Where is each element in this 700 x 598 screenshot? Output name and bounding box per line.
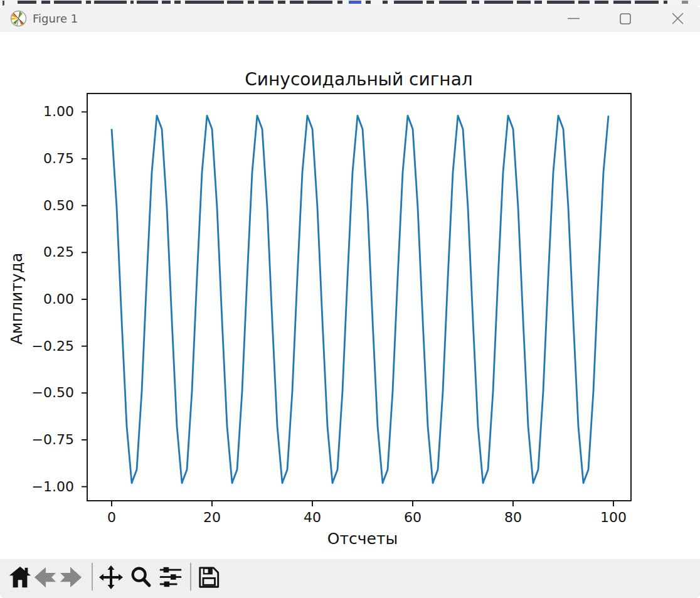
maximize-icon [620, 13, 631, 24]
x-tick-label: 40 [287, 509, 337, 526]
x-tick-label: 80 [488, 509, 538, 526]
toolbar-separator [190, 563, 191, 590]
x-axis-label: Отсчеты [327, 530, 398, 548]
close-button[interactable] [659, 5, 696, 32]
navigation-toolbar [0, 559, 700, 598]
figure-window: Figure 1 Синусоидальный сигнал [0, 5, 700, 598]
y-tick-label: 0.00 [5, 291, 74, 307]
line-chart [0, 32, 700, 559]
configure-subplots-icon [159, 565, 183, 589]
y-tick-label: −0.25 [5, 338, 74, 355]
signal-line [112, 115, 608, 483]
pan-icon [98, 565, 124, 590]
y-tick-label: 0.50 [5, 198, 74, 214]
y-tick-label: −1.00 [5, 479, 74, 495]
window-title: Figure 1 [33, 5, 78, 32]
minimize-icon [568, 13, 580, 24]
axes-frame [87, 93, 631, 501]
y-tick-label: 1.00 [5, 104, 74, 120]
figure-canvas[interactable]: Синусоидальный сигнал Отсчеты Амплитуда … [0, 32, 700, 559]
close-icon [672, 13, 684, 24]
toolbar-separator [92, 563, 93, 590]
y-tick-label: 0.25 [5, 244, 74, 260]
maximize-button[interactable] [607, 5, 644, 32]
subplots-button[interactable] [156, 562, 186, 593]
save-icon [197, 565, 221, 589]
y-tick-label: −0.75 [5, 432, 74, 448]
zoom-button[interactable] [126, 562, 156, 593]
screen: Figure 1 Синусоидальный сигнал [0, 0, 700, 598]
forward-button[interactable] [56, 562, 86, 593]
x-tick-label: 60 [388, 509, 438, 526]
y-tick-label: −0.50 [5, 385, 74, 401]
chart-title: Синусоидальный сигнал [245, 69, 472, 90]
home-icon [8, 565, 32, 589]
minimize-button[interactable] [555, 5, 591, 32]
y-tick-label: 0.75 [5, 151, 74, 167]
save-button[interactable] [194, 562, 224, 593]
x-tick-label: 0 [87, 509, 137, 526]
zoom-to-rect-icon [129, 565, 153, 589]
back-arrow-icon [33, 565, 57, 589]
titlebar[interactable]: Figure 1 [0, 5, 700, 32]
x-tick-label: 20 [187, 509, 237, 526]
matplotlib-logo-icon [10, 10, 27, 27]
pan-button[interactable] [96, 562, 126, 593]
forward-arrow-icon [59, 565, 83, 589]
x-tick-label: 100 [588, 509, 639, 526]
